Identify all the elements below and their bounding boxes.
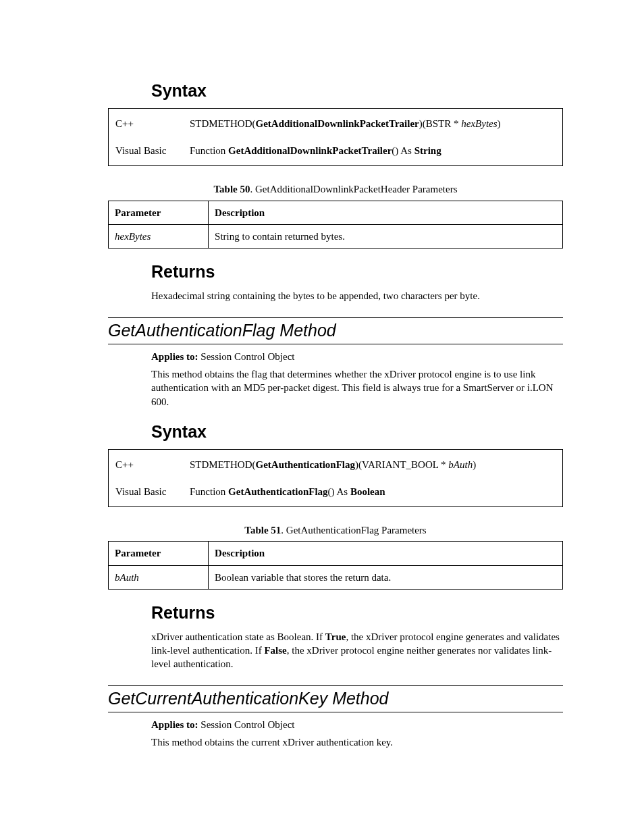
syntax-sig: STDMETHOD(GetAuthenticationFlag)(VARIANT… [183,449,563,478]
param-name: hexBytes [109,224,209,248]
table-row: bAuth Boolean variable that stores the r… [109,565,563,589]
table-caption-50: Table 50. GetAdditionalDownlinkPacketHea… [108,182,563,196]
returns-heading: Returns [108,261,563,284]
syntax-sig: Function GetAuthenticationFlag() As Bool… [183,478,563,507]
method-title-getauthenticationflag: GetAuthenticationFlag Method [108,317,563,344]
syntax-row: C++ STDMETHOD(GetAdditionalDownlinkPacke… [109,108,563,137]
syntax-lang: C++ [109,449,184,478]
col-description: Description [209,542,563,565]
method-description: This method obtains the flag that determ… [151,367,563,409]
table-header-row: Parameter Description [109,542,563,565]
param-name: bAuth [109,565,209,589]
syntax-lang: Visual Basic [109,137,184,166]
syntax-row: Visual Basic Function GetAuthenticationF… [109,478,563,507]
col-parameter: Parameter [109,201,209,224]
param-desc: String to contain returned bytes. [209,224,563,248]
table-header-row: Parameter Description [109,201,563,224]
returns-text: xDriver authentication state as Boolean.… [151,630,563,671]
syntax-row: Visual Basic Function GetAdditionalDownl… [109,137,563,166]
col-description: Description [209,201,563,224]
syntax-sig: Function GetAdditionalDownlinkPacketTrai… [183,137,563,166]
syntax-sig: STDMETHOD(GetAdditionalDownlinkPacketTra… [183,108,563,137]
syntax-table-1: C++ STDMETHOD(GetAdditionalDownlinkPacke… [108,108,563,167]
syntax-heading: Syntax [108,80,563,103]
syntax-row: C++ STDMETHOD(GetAuthenticationFlag)(VAR… [109,449,563,478]
returns-text: Hexadecimal string containing the bytes … [151,289,563,303]
applies-to: Applies to: Session Control Object [151,718,563,731]
table-row: hexBytes String to contain returned byte… [109,224,563,248]
table-caption-51: Table 51. GetAuthenticationFlag Paramete… [108,523,563,537]
method-title-getcurrentauthenticationkey: GetCurrentAuthenticationKey Method [108,685,563,712]
method-description: This method obtains the current xDriver … [151,735,563,749]
returns-heading: Returns [108,602,563,625]
param-table-51: Parameter Description bAuth Boolean vari… [108,541,563,590]
col-parameter: Parameter [109,542,209,565]
param-desc: Boolean variable that stores the return … [209,565,563,589]
applies-to: Applies to: Session Control Object [151,350,563,363]
syntax-lang: Visual Basic [109,478,184,507]
syntax-heading: Syntax [108,421,563,444]
syntax-table-2: C++ STDMETHOD(GetAuthenticationFlag)(VAR… [108,449,563,508]
syntax-lang: C++ [109,108,184,137]
param-table-50: Parameter Description hexBytes String to… [108,201,563,249]
